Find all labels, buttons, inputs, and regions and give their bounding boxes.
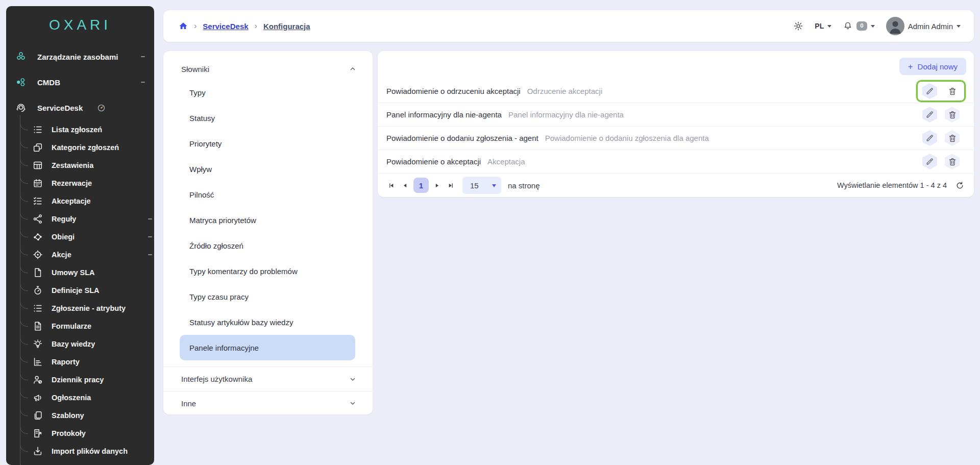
sidebar-sub-item[interactable]: Formularze xyxy=(20,317,154,335)
sidebar-sub-item[interactable]: Definicje SLA xyxy=(20,281,154,299)
hexagons-filled-icon xyxy=(15,76,27,88)
sidebar-item-label: Rezerwacje xyxy=(52,179,92,187)
notifications-menu[interactable]: 0 xyxy=(843,21,874,31)
sidebar-sub-item[interactable]: Import plików danych xyxy=(20,442,154,460)
chevron-up-icon xyxy=(349,65,356,72)
sidebar-item-label: Ogłoszenia xyxy=(52,394,91,402)
dictionary-item[interactable]: Typy czasu pracy xyxy=(180,284,355,309)
sidebar-item-label: Zestawienia xyxy=(52,161,93,169)
settings-gear-icon[interactable] xyxy=(793,21,803,31)
dictionary-item[interactable]: Typy xyxy=(180,80,355,105)
section-collapsed[interactable]: Inne xyxy=(163,391,373,414)
last-page-button[interactable] xyxy=(444,179,458,192)
dictionary-items: Typy Statusy Priorytety Wpływ Pilność Ma… xyxy=(163,80,373,366)
sidebar-sub-item[interactable]: Akcje xyxy=(20,246,154,263)
chevron-down-icon xyxy=(957,25,961,30)
sidebar-sub-item[interactable]: Lista zgłoszeń xyxy=(20,120,154,138)
per-page-label: na stronę xyxy=(508,181,540,190)
home-icon[interactable] xyxy=(179,21,188,31)
dictionary-item[interactable]: Typy komentarzy do problemów xyxy=(180,258,355,284)
dictionary-item-label: Typy komentarzy do problemów xyxy=(189,267,298,276)
sidebar-sub-item[interactable]: Reguły xyxy=(20,210,154,228)
pagination-summary: Wyświetlanie elementów 1 - 4 z 4 xyxy=(837,181,947,189)
import-icon xyxy=(32,446,43,457)
row-actions xyxy=(916,80,966,102)
pencil-icon xyxy=(925,87,934,95)
protocol-icon xyxy=(32,428,43,439)
next-page-button[interactable] xyxy=(430,179,444,192)
sidebar-sub-item[interactable]: Konfiguracja xyxy=(20,460,154,465)
row-actions xyxy=(916,104,966,126)
sidebar-sub-item[interactable]: Protokoły xyxy=(20,424,154,442)
list-icon xyxy=(32,124,43,135)
panel-description: Odrzucenie akceptacji xyxy=(527,87,603,95)
user-menu[interactable]: Admin Admin xyxy=(886,17,961,35)
edit-button[interactable] xyxy=(922,107,937,123)
sidebar-sub-item[interactable]: Bazy wiedzy xyxy=(20,335,154,353)
add-new-button[interactable]: + Dodaj nowy xyxy=(899,58,966,75)
sidebar-sub-item[interactable]: Raporty xyxy=(20,353,154,371)
panel-description: Panel informacyjny dla nie-agenta xyxy=(508,110,624,119)
section-title: Interfejs użytkownika xyxy=(181,375,252,383)
dictionary-item[interactable]: Wpływ xyxy=(180,156,355,182)
section-dictionaries[interactable]: Słowniki xyxy=(163,58,373,80)
card-toolbar: + Dodaj nowy xyxy=(378,51,974,80)
dictionary-item[interactable]: Panele informacyjne xyxy=(180,335,355,360)
delete-button[interactable] xyxy=(945,130,960,146)
dictionary-item[interactable]: Priorytety xyxy=(180,131,355,156)
panel-row[interactable]: Powiadomienie o odrzuceniu akceptacji Od… xyxy=(378,80,974,103)
sidebar-item-label: Raporty xyxy=(52,358,80,366)
delete-button[interactable] xyxy=(945,107,960,123)
edit-button[interactable] xyxy=(922,154,937,169)
document-lines-icon xyxy=(32,321,43,332)
breadcrumb-servicedesk[interactable]: ServiceDesk xyxy=(203,22,248,31)
page-number[interactable]: 1 xyxy=(413,178,429,193)
pencil-icon xyxy=(925,134,934,142)
sidebar-sub-item[interactable]: Kategorie zgłoszeń xyxy=(20,138,154,156)
panel-row[interactable]: Powiadomienie o dodaniu zgłoszenia - age… xyxy=(378,127,974,150)
edit-button[interactable] xyxy=(922,83,937,99)
sidebar-item-label: Szablony xyxy=(52,411,84,420)
panel-row[interactable]: Panel informacyjny dla nie-agenta Panel … xyxy=(378,103,974,127)
person-clock-icon xyxy=(32,374,43,385)
share-icon xyxy=(32,213,43,225)
sidebar-sub-item[interactable]: Rezerwacje xyxy=(20,174,154,192)
dictionary-item[interactable]: Źródło zgłoszeń xyxy=(180,233,355,258)
delete-button[interactable] xyxy=(945,154,960,169)
refresh-icon[interactable] xyxy=(955,181,964,190)
dictionary-item[interactable]: Statusy xyxy=(180,105,355,131)
sidebar-top-item[interactable]: CMDB xyxy=(6,69,154,95)
sidebar-top-item[interactable]: ServiceDesk xyxy=(6,95,154,120)
gear-user-icon xyxy=(32,463,43,465)
sidebar-sub-item[interactable]: Szablony xyxy=(20,406,154,424)
bulb-icon xyxy=(32,338,43,350)
edit-button[interactable] xyxy=(922,130,937,146)
sidebar-sub-item[interactable]: Obiegi xyxy=(20,228,154,246)
language-switcher[interactable]: PL xyxy=(815,22,831,30)
section-collapsed[interactable]: Interfejs użytkownika xyxy=(163,366,373,391)
sidebar-sub-item[interactable]: Akceptacje xyxy=(20,192,154,210)
sidebar-item-label: Lista zgłoszeń xyxy=(52,126,102,134)
sidebar-sub-item[interactable]: Zestawienia xyxy=(20,156,154,174)
topbar: › ServiceDesk › Konfiguracja PL 0 xyxy=(163,10,974,42)
panel-name: Panel informacyjny dla nie-agenta xyxy=(386,110,502,119)
sidebar-sub-item[interactable]: Umowy SLA xyxy=(20,263,154,281)
sidebar-item-label: Zgłoszenie - atrybuty xyxy=(52,304,126,312)
copy-icon xyxy=(32,410,43,421)
dictionary-item[interactable]: Pilność xyxy=(180,182,355,207)
delete-button[interactable] xyxy=(945,83,960,99)
sidebar-sub-item[interactable]: Zgłoszenie - atrybuty xyxy=(20,299,154,317)
pencil-icon xyxy=(925,110,934,119)
dictionary-item[interactable]: Matryca priorytetów xyxy=(180,207,355,233)
page-size-select[interactable]: 15 xyxy=(462,177,501,194)
sidebar-sub-item[interactable]: Dziennik pracy xyxy=(20,371,154,388)
panel-row[interactable]: Powiadomienie o akceptacji Akceptacja xyxy=(378,150,974,174)
gauge-icon xyxy=(97,104,106,112)
sidebar-top-item[interactable]: Zarządzanie zasobami xyxy=(6,44,154,69)
breadcrumb-konfiguracja[interactable]: Konfiguracja xyxy=(263,22,310,31)
previous-page-button[interactable] xyxy=(398,179,412,192)
sidebar-sub-item[interactable]: Ogłoszenia xyxy=(20,388,154,406)
dictionary-item[interactable]: Statusy artykułów bazy wiedzy xyxy=(180,309,355,335)
target-icon xyxy=(32,249,43,260)
first-page-button[interactable] xyxy=(384,179,398,192)
